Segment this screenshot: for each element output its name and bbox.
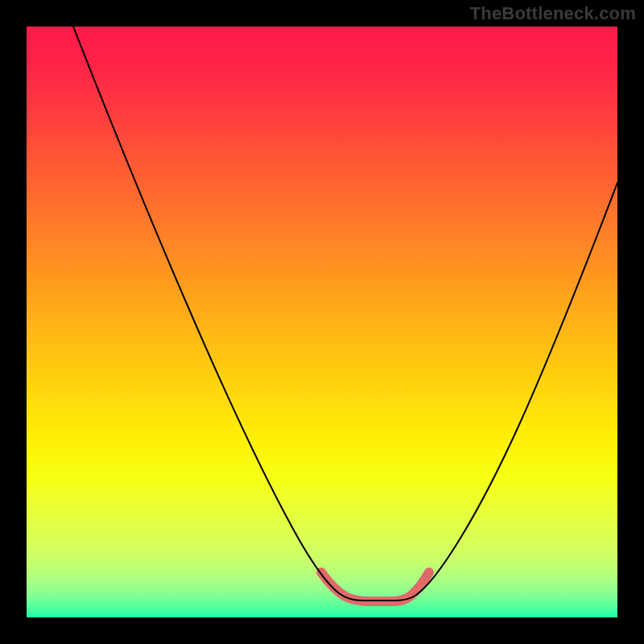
chart-frame: TheBottleneck.com <box>0 0 644 644</box>
curve-main <box>73 27 617 601</box>
plot-area <box>27 27 617 617</box>
curve-layer <box>27 27 617 617</box>
watermark-text: TheBottleneck.com <box>470 3 636 24</box>
